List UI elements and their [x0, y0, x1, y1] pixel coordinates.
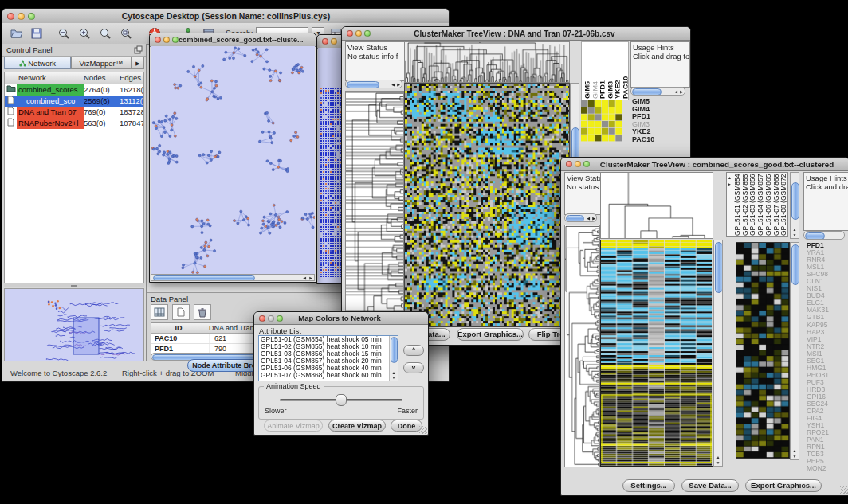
column-label[interactable]: GPL51-07 (GSM868) [772, 174, 779, 236]
scroll-thumb[interactable] [347, 81, 379, 88]
gene-label[interactable]: YRA1 [807, 249, 848, 256]
scroll-thumb[interactable] [791, 244, 799, 285]
gene-label[interactable]: SPC98 [807, 271, 848, 278]
close-button[interactable] [347, 30, 353, 37]
scroll-thumb[interactable] [632, 88, 662, 96]
close-button[interactable] [322, 38, 328, 45]
main-titlebar[interactable]: Cytoscape Desktop (Session Name: collins… [2, 9, 449, 24]
column-label[interactable]: GPL51-03 (GSM856) [748, 174, 756, 236]
scroll-thumb[interactable] [566, 215, 584, 222]
column-label[interactable]: GPL51-04 (GSM857) [756, 174, 764, 236]
zoom-selected-button[interactable] [96, 25, 114, 42]
scroll-up-icon[interactable]: ▲ [791, 449, 799, 453]
network-canvas-area[interactable] [151, 46, 315, 274]
zoom-button[interactable] [364, 30, 371, 37]
zoom-button[interactable] [583, 161, 590, 167]
zoom-button[interactable] [172, 37, 179, 43]
attribute-list[interactable]: GPL51-01 (GSM854) heat shock 05 minGPL51… [258, 335, 398, 381]
gene-label[interactable]: PFD1 [632, 113, 685, 121]
scroll-up-icon[interactable]: ▲ [714, 455, 722, 459]
attribute-list-item[interactable]: GPL51-03 (GSM856) heat shock 15 min [261, 350, 398, 357]
network-hscrollbar[interactable]: ◀ ▶ [151, 274, 315, 281]
scroll-thumb[interactable] [391, 337, 398, 363]
treeview1-titlebar[interactable]: ClusterMaker TreeView : DNA and Tran 07-… [342, 27, 690, 41]
gene-label[interactable]: PAC10 [632, 136, 685, 144]
gene-label[interactable]: PAN1 [807, 436, 848, 443]
scroll-left-icon[interactable]: ◀ [391, 82, 395, 87]
network-row[interactable]: RNAPuberNov2+l 563(0) 107847(0) [5, 118, 143, 129]
scroll-right-icon[interactable]: ▶ [680, 89, 683, 94]
column-label[interactable]: GPL51-01 (GSM854) [733, 174, 740, 236]
gene-label[interactable]: CPA2 [807, 408, 848, 415]
tv1-row-dendrogram[interactable] [345, 91, 404, 327]
select-attributes-button[interactable] [151, 304, 168, 320]
scroll-up-icon[interactable]: ▲ [791, 228, 799, 232]
gene-label[interactable]: GIM3 [632, 121, 685, 129]
close-button[interactable] [7, 13, 14, 20]
float-panel-icon[interactable] [134, 45, 143, 54]
scroll-right-icon[interactable]: ▶ [592, 216, 595, 221]
minimize-button[interactable] [18, 13, 25, 20]
tv2-overview-heatmap[interactable] [736, 242, 790, 459]
column-label[interactable]: GPL51-02 (GSM855) [741, 174, 748, 236]
gene-label[interactable]: SEC24 [807, 400, 848, 408]
tv2-heatmap[interactable] [600, 240, 713, 467]
network-overview-canvas[interactable] [5, 289, 143, 368]
scroll-thumb[interactable] [153, 275, 255, 281]
close-button[interactable] [566, 161, 572, 167]
new-attribute-button[interactable] [172, 304, 190, 320]
gene-label[interactable]: PHO81 [807, 372, 848, 379]
gene-label[interactable]: RPO21 [807, 429, 848, 436]
move-down-button[interactable]: v [403, 362, 424, 373]
tab-network[interactable]: Network [4, 57, 71, 69]
gene-label[interactable]: HAP3 [807, 329, 848, 336]
gene-label[interactable]: MON2 [807, 465, 848, 472]
resize-grip[interactable] [419, 426, 427, 434]
gene-label[interactable]: CLN1 [807, 278, 848, 285]
column-label[interactable]: YKE2 [613, 46, 620, 99]
gene-label[interactable]: PUF3 [807, 379, 848, 386]
tv2-heatmap-vscrollbar[interactable]: ▲ ▼ [713, 240, 723, 467]
attribute-list-item[interactable]: GPL51-02 (GSM855) heat shock 10 min [261, 343, 398, 350]
gene-label[interactable]: YSH1 [807, 422, 848, 429]
tv2-export-graphics-button[interactable]: Export Graphics... [745, 479, 822, 492]
minimize-button[interactable] [163, 37, 170, 43]
gene-label[interactable]: ELG1 [807, 299, 848, 307]
open-session-button[interactable] [7, 25, 25, 42]
network-overview-panel[interactable] [4, 288, 144, 369]
column-label[interactable]: PAC10 [621, 46, 628, 99]
attr-col-id[interactable]: ID [151, 323, 206, 333]
column-label[interactable]: PFD1 [598, 46, 605, 99]
scroll-thumb[interactable] [791, 182, 799, 220]
tv2-settings-button[interactable]: Settings... [622, 479, 675, 492]
map-dialog-titlebar[interactable]: Map Colors to Network [254, 312, 428, 325]
delete-attribute-button[interactable] [194, 304, 211, 320]
gene-label[interactable]: VIP1 [807, 336, 848, 343]
zoom-button[interactable] [28, 13, 35, 20]
scroll-down-icon[interactable]: ▼ [791, 455, 799, 459]
labels-right-icon[interactable]: ▶ [728, 182, 731, 186]
zoom-fit-button[interactable] [117, 25, 135, 42]
scroll-right-icon[interactable]: ▶ [309, 275, 312, 280]
gene-label[interactable]: RPN1 [807, 443, 848, 451]
network-graph-canvas[interactable] [151, 46, 315, 274]
attribute-list-item[interactable]: GPL51-01 (GSM854) heat shock 05 min [261, 336, 398, 343]
tv2-column-dendrogram[interactable] [600, 172, 713, 239]
gene-label[interactable]: MAK31 [807, 307, 848, 314]
scroll-left-icon[interactable]: ◀ [587, 216, 590, 221]
scroll-down-icon[interactable]: ▼ [791, 233, 799, 237]
tv2-usage-hscrollbar[interactable] [803, 231, 845, 240]
save-session-button[interactable] [28, 25, 45, 42]
column-label[interactable]: GIM5 [583, 46, 590, 99]
gene-label[interactable]: TCB3 [807, 451, 848, 458]
gene-label[interactable]: YKE2 [632, 128, 685, 136]
animate-vizmap-button[interactable]: Animate Vizmap [264, 420, 323, 432]
tv1-column-dendrogram[interactable] [404, 41, 570, 83]
column-label[interactable]: GPL51-08 (GSM872) [779, 174, 787, 236]
tv2-labels-vscrollbar[interactable]: ▲ ▼ [790, 172, 799, 239]
column-label[interactable]: GIM3 [606, 46, 613, 99]
attribute-list-item[interactable]: GPL51-06 (GSM865) heat shock 40 min [261, 365, 398, 372]
panel-splitter[interactable] [4, 283, 144, 287]
gene-label[interactable]: NIS1 [807, 285, 848, 292]
gene-label[interactable]: GIM5 [632, 98, 685, 106]
